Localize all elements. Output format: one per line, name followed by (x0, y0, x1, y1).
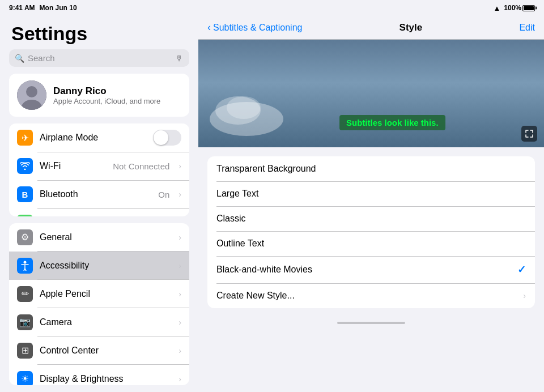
style-label: Classic (216, 214, 526, 224)
camera-icon: 📷 (17, 314, 33, 330)
home-bar (337, 322, 405, 324)
nav-back-button[interactable]: ‹ Subtitles & Captioning (207, 22, 302, 33)
airplane-mode-label: Airplane Mode (40, 133, 146, 143)
user-card[interactable]: Danny Rico Apple Account, iCloud, and mo… (9, 74, 189, 117)
checkmark-icon: ✓ (517, 263, 526, 276)
bluetooth-value: On (158, 190, 169, 199)
style-label: Outline Text (216, 238, 526, 249)
battery-settings-icon (17, 215, 33, 216)
sidebar-item-wifi[interactable]: Wi-Fi Not Connected › (9, 152, 189, 180)
wifi-icon: ▲ (493, 4, 500, 12)
accessibility-chevron-icon: › (178, 261, 181, 270)
toggle-knob (154, 130, 168, 145)
bluetooth-label: Bluetooth (40, 189, 151, 199)
style-item-transparent-bg[interactable]: Transparent Background (207, 156, 535, 181)
style-item-create-new[interactable]: Create New Style... › (207, 283, 535, 308)
status-time: 9:41 AM (9, 4, 35, 12)
control-center-icon: ⊞ (17, 343, 33, 359)
bluetooth-icon: B (17, 186, 33, 202)
style-item-outline-text[interactable]: Outline Text (207, 231, 535, 256)
svg-point-6 (24, 261, 27, 263)
display-label: Display & Brightness (40, 374, 172, 384)
sidebar-item-control-center[interactable]: ⊞ Control Center › (9, 336, 189, 365)
avatar (17, 80, 46, 110)
battery-visual (522, 5, 535, 11)
wifi-value: Not Connected (113, 161, 169, 171)
mic-icon: 🎙 (176, 54, 184, 63)
style-item-classic[interactable]: Classic (207, 206, 535, 231)
user-info: Danny Rico Apple Account, iCloud, and mo… (53, 86, 160, 105)
settings-section-2: ⚙ General › Accessibility › ✏ (9, 223, 189, 385)
preview-area: Subtitles look like this. (198, 40, 544, 147)
nav-title: Style (400, 22, 423, 33)
style-label: Create New Style... (216, 291, 523, 301)
camera-label: Camera (40, 317, 172, 327)
search-input[interactable] (28, 53, 172, 63)
accessibility-icon (17, 258, 33, 274)
create-new-chevron-icon: › (523, 291, 526, 300)
sidebar-item-battery[interactable]: Battery › (9, 208, 189, 216)
settings-section-1: ✈ Airplane Mode Wi- (9, 123, 189, 216)
control-center-label: Control Center (40, 346, 172, 356)
accessibility-label: Accessibility (40, 261, 172, 271)
status-bar: 9:41 AM Mon Jun 10 ▲ 100% (0, 0, 544, 16)
control-center-chevron-icon: › (178, 346, 181, 355)
sidebar-title: Settings (0, 16, 198, 49)
sidebar-item-bluetooth[interactable]: B Bluetooth On › (9, 180, 189, 208)
home-indicator (198, 317, 544, 326)
airplane-mode-icon: ✈ (17, 130, 33, 146)
general-icon: ⚙ (17, 229, 33, 245)
general-chevron-icon: › (178, 233, 181, 242)
camera-chevron-icon: › (178, 318, 181, 327)
style-label: Large Text (216, 189, 526, 199)
style-list: Transparent Background Large Text Classi… (207, 156, 535, 308)
nav-edit-button[interactable]: Edit (519, 23, 535, 33)
apple-pencil-label: Apple Pencil (40, 289, 172, 299)
fullscreen-button[interactable] (521, 126, 537, 142)
status-bar-left: 9:41 AM Mon Jun 10 (9, 4, 77, 12)
sidebar-item-apple-pencil[interactable]: ✏ Apple Pencil › (9, 280, 189, 308)
style-item-bw-movies[interactable]: Black-and-white Movies ✓ (207, 256, 535, 283)
sidebar: Settings 🔍 🎙 Danny Rico Appl (0, 16, 198, 392)
status-date: Mon Jun 10 (40, 4, 77, 12)
style-item-large-text[interactable]: Large Text (207, 181, 535, 206)
nav-back-label: Subtitles & Captioning (213, 23, 302, 33)
battery-percent: 100% (504, 4, 521, 12)
display-icon: ☀ (17, 371, 33, 385)
sidebar-item-display[interactable]: ☀ Display & Brightness › (9, 365, 189, 385)
nav-back-chevron-icon: ‹ (207, 22, 211, 33)
bluetooth-chevron-icon: › (178, 190, 181, 199)
user-name: Danny Rico (53, 86, 160, 97)
search-bar[interactable]: 🔍 🎙 (9, 49, 189, 67)
subtitle-preview: Subtitles look like this. (339, 115, 445, 130)
general-label: General (40, 232, 172, 242)
search-icon: 🔍 (15, 54, 24, 63)
wifi-chevron-icon: › (178, 161, 181, 171)
sidebar-item-camera[interactable]: 📷 Camera › (9, 308, 189, 336)
wifi-label: Wi-Fi (40, 161, 106, 171)
cloud-decoration (210, 85, 312, 136)
apple-pencil-chevron-icon: › (178, 289, 181, 299)
right-panel: ‹ Subtitles & Captioning Style Edit Subt… (198, 16, 544, 392)
nav-bar: ‹ Subtitles & Captioning Style Edit (198, 16, 544, 40)
apple-pencil-icon: ✏ (17, 286, 33, 302)
wifi-settings-icon (17, 158, 33, 174)
sidebar-item-airplane-mode[interactable]: ✈ Airplane Mode (9, 123, 189, 152)
status-bar-right: ▲ 100% (493, 4, 535, 12)
sidebar-item-accessibility[interactable]: Accessibility › (9, 252, 189, 280)
svg-point-1 (26, 86, 37, 97)
style-label: Black-and-white Movies (216, 265, 517, 275)
user-subtitle: Apple Account, iCloud, and more (53, 97, 160, 105)
airplane-mode-toggle[interactable] (153, 130, 181, 146)
sidebar-item-general[interactable]: ⚙ General › (9, 223, 189, 252)
battery-fill (524, 6, 534, 10)
style-label: Transparent Background (216, 164, 526, 174)
battery-indicator: 100% (504, 4, 535, 12)
display-chevron-icon: › (178, 374, 181, 384)
